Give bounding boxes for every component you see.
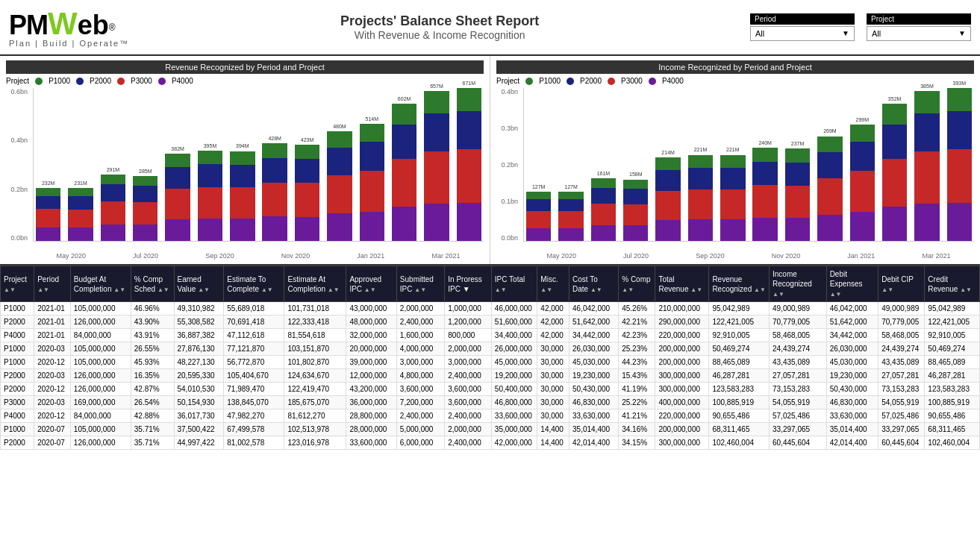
period-filter-select[interactable]: All ▼	[750, 26, 855, 41]
cell-2-5: 47,112,618	[224, 329, 284, 342]
table-row: P20002020-03126,000,00016.35%20,595,3301…	[1, 369, 980, 383]
left-chart-title: Revenue Recognized by Period and Project	[6, 60, 484, 74]
col-eac[interactable]: Estimate At Completion ▲▼	[284, 266, 346, 302]
right-legend-p2000-dot	[567, 78, 574, 85]
col-comp-sched[interactable]: % Comp Sched ▲▼	[131, 266, 174, 302]
cell-7-5: 138,845,070	[224, 396, 284, 409]
cell-1-10: 51,600,000	[491, 316, 537, 329]
right-chart-container: 0.4bn 0.3bn 0.2bn 0.1bn 0.0bn 127M127M16…	[496, 88, 974, 260]
cell-1-11: 42,000	[537, 316, 569, 329]
cell-5-12: 19,230,000	[569, 369, 619, 383]
col-etc[interactable]: Estimate To Complete ▲▼	[224, 266, 284, 302]
col-total-revenue[interactable]: Total Revenue ▲▼	[655, 266, 709, 302]
col-ipc-total[interactable]: IPC Total ▲▼	[491, 266, 537, 302]
right-legend-p2000-label: P2000	[580, 77, 602, 85]
cell-9-15: 68,311,465	[709, 423, 770, 436]
logo-tagline: Plan | Build | Operate™	[9, 39, 129, 48]
cell-8-12: 33,630,000	[569, 409, 619, 423]
right-bar-8: 237M	[783, 88, 812, 241]
col-revenue-recognized[interactable]: Revenue Recognized ▲▼	[709, 266, 770, 302]
cell-5-10: 19,200,000	[491, 369, 537, 383]
project-filter-value: All	[872, 29, 881, 38]
rbar-value-13: 393M	[953, 81, 967, 86]
cell-3-17: 26,030,000	[826, 342, 878, 356]
cell-0-13: 45.26%	[619, 302, 655, 316]
cell-7-7: 36,000,000	[346, 396, 396, 409]
period-filter-value: All	[755, 29, 764, 38]
right-bar-13: 393M	[945, 88, 974, 241]
cell-4-18: 43,435,089	[878, 356, 925, 369]
cell-1-16: 70,779,005	[770, 316, 827, 329]
cell-5-9: 2,400,000	[445, 369, 492, 383]
cell-1-14: 290,000,000	[655, 316, 709, 329]
left-bar-4: 382M	[163, 88, 192, 241]
cell-2-12: 34,442,000	[569, 329, 619, 342]
cell-1-6: 122,333,418	[284, 316, 346, 329]
right-chart-bars: 127M127M161M158M214M221M221M240M237M269M…	[523, 88, 974, 242]
cell-3-6: 103,151,870	[284, 342, 346, 356]
col-approved-ipc[interactable]: Approved IPC ▲▼	[346, 266, 396, 302]
bar-value-1: 231M	[74, 181, 87, 186]
cell-0-7: 43,000,000	[346, 302, 396, 316]
cell-5-19: 46,287,281	[925, 369, 980, 383]
cell-2-15: 92,910,005	[709, 329, 770, 342]
col-project[interactable]: Project ▲▼	[1, 266, 34, 302]
cell-2-0: P4000	[1, 329, 34, 342]
col-inprocess-ipc[interactable]: In Proress IPC ▼	[445, 266, 492, 302]
cell-9-14: 200,000,000	[655, 423, 709, 436]
cell-9-16: 33,297,065	[770, 423, 827, 436]
project-filter-select[interactable]: All ▼	[867, 26, 971, 41]
cell-7-6: 185,675,070	[284, 396, 346, 409]
report-title-main: Projects' Balance Sheet Report	[129, 13, 750, 29]
cell-7-15: 100,885,919	[709, 396, 770, 409]
cell-8-4: 36,017,730	[174, 409, 224, 423]
cell-4-2: 105,000,000	[70, 356, 131, 369]
table-row: P20002021-01126,000,00043.90%55,308,5827…	[1, 316, 980, 329]
ry-label-0: 0.4bn	[496, 88, 518, 95]
left-bar-9: 480M	[325, 88, 354, 241]
table-row: P20002020-07126,000,00035.71%44,997,4228…	[1, 436, 980, 450]
report-title-sub: With Revenue & Income Recognition	[129, 29, 750, 41]
bar-value-11: 602M	[398, 96, 411, 101]
cell-0-4: 49,310,982	[174, 302, 224, 316]
right-legend-project-label: Project	[496, 77, 519, 85]
cell-7-10: 46,800,000	[491, 396, 537, 409]
right-bar-11: 352M	[880, 88, 909, 241]
cell-6-16: 73,153,283	[770, 383, 827, 396]
cell-0-1: 2021-01	[34, 302, 71, 316]
cell-2-9: 800,000	[445, 329, 492, 342]
cell-8-18: 57,025,486	[878, 409, 925, 423]
col-credit-revenue[interactable]: Credit Revenue ▲▼	[925, 266, 980, 302]
col-debit-expenses[interactable]: Debit Expenses ▲▼	[826, 266, 878, 302]
col-submitted-ipc[interactable]: Submitted IPC ▲▼	[396, 266, 444, 302]
cell-3-14: 200,000,000	[655, 342, 709, 356]
col-period[interactable]: Period ▲▼	[34, 266, 71, 302]
cell-6-13: 41.19%	[619, 383, 655, 396]
logo-pm: PM	[9, 10, 48, 41]
right-legend-p3000-label: P3000	[621, 77, 643, 85]
col-ev[interactable]: Earned Value ▲▼	[174, 266, 224, 302]
cell-10-1: 2020-07	[34, 436, 71, 450]
cell-5-13: 15.43%	[619, 369, 655, 383]
cell-6-9: 3,600,000	[445, 383, 492, 396]
cell-1-19: 122,421,005	[925, 316, 980, 329]
cell-4-8: 3,000,000	[396, 356, 444, 369]
cell-1-2: 126,000,000	[70, 316, 131, 329]
cell-6-14: 300,000,000	[655, 383, 709, 396]
cell-0-9: 1,000,000	[445, 302, 492, 316]
col-comp[interactable]: % Comp ▲▼	[619, 266, 655, 302]
left-chart-panel: Revenue Recognized by Period and Project…	[0, 56, 490, 264]
col-debit-cip[interactable]: Debit CIP ▲▼	[878, 266, 925, 302]
right-bar-5: 221M	[686, 88, 715, 241]
col-misc[interactable]: Misc. ▲▼	[537, 266, 569, 302]
cell-10-14: 300,000,000	[655, 436, 709, 450]
cell-8-5: 47,982,270	[224, 409, 284, 423]
cell-2-11: 42,000	[537, 329, 569, 342]
col-bac[interactable]: Budget At Completion ▲▼	[70, 266, 131, 302]
cell-3-3: 26.55%	[131, 342, 174, 356]
cell-6-3: 42.87%	[131, 383, 174, 396]
col-income-recognized[interactable]: Income Recognized ▲▼	[770, 266, 827, 302]
cell-6-11: 30,000	[537, 383, 569, 396]
col-cost-to-date[interactable]: Cost To Date ▲▼	[569, 266, 619, 302]
cell-4-13: 44.23%	[619, 356, 655, 369]
